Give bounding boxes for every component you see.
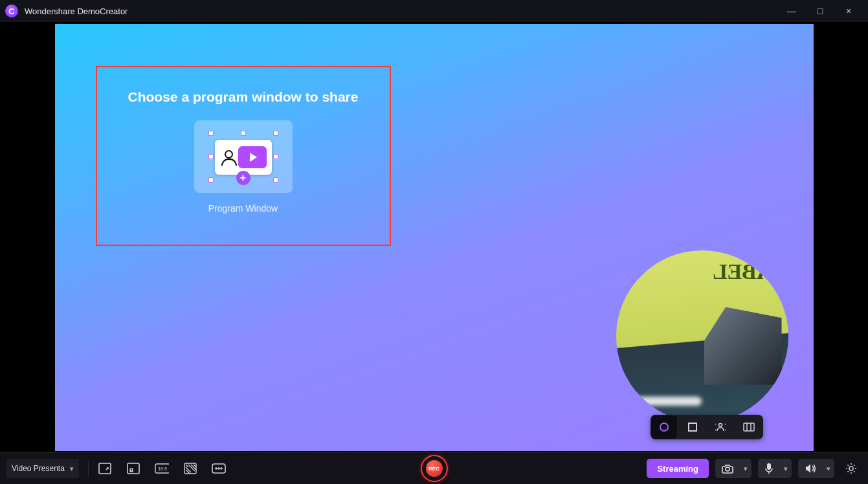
streaming-button[interactable]: Streaming bbox=[647, 459, 709, 478]
record-button[interactable]: REC bbox=[421, 455, 448, 482]
maximize-button[interactable]: □ bbox=[806, 1, 834, 21]
svg-point-3 bbox=[719, 423, 722, 426]
webcam-text-overlay: ABEL bbox=[713, 259, 773, 284]
svg-rect-18 bbox=[767, 463, 771, 470]
settings-button[interactable] bbox=[841, 459, 862, 478]
mic-control-group: ▾ bbox=[758, 459, 792, 478]
minimize-button[interactable]: — bbox=[777, 1, 806, 21]
fullscreen-icon[interactable] bbox=[98, 461, 112, 476]
caption-icon[interactable] bbox=[212, 461, 226, 476]
person-icon bbox=[221, 150, 234, 166]
webcam-portrait-button[interactable] bbox=[707, 415, 733, 439]
app-title: Wondershare DemoCreator bbox=[25, 6, 128, 16]
speaker-dropdown[interactable]: ▾ bbox=[823, 459, 834, 478]
speaker-control-group: ▾ bbox=[798, 459, 834, 478]
close-button[interactable]: × bbox=[834, 1, 863, 21]
option-label: Program Window bbox=[208, 203, 278, 214]
play-icon bbox=[238, 146, 267, 168]
camera-button[interactable] bbox=[715, 459, 740, 478]
presenter-icon[interactable] bbox=[126, 461, 140, 476]
svg-point-15 bbox=[218, 468, 219, 469]
canvas-area[interactable]: Choose a program window to share + bbox=[55, 24, 814, 451]
svg-rect-4 bbox=[744, 423, 754, 431]
program-window-option[interactable]: + Program Window bbox=[194, 120, 293, 214]
mic-button[interactable] bbox=[758, 459, 780, 478]
chevron-down-icon: ▾ bbox=[70, 465, 74, 473]
svg-point-17 bbox=[726, 467, 729, 471]
background-icon[interactable] bbox=[183, 461, 197, 476]
panel-title: Choose a program window to share bbox=[97, 89, 390, 105]
app-logo: C bbox=[5, 5, 18, 17]
mic-dropdown[interactable]: ▾ bbox=[780, 459, 792, 478]
choose-window-panel: Choose a program window to share + bbox=[96, 66, 391, 246]
webcam-preview[interactable]: ABEL bbox=[616, 250, 788, 423]
speaker-button[interactable] bbox=[798, 459, 823, 478]
svg-text:16:9: 16:9 bbox=[158, 467, 167, 471]
mode-selector[interactable]: Video Presenta ▾ bbox=[6, 459, 79, 478]
title-bar: C Wondershare DemoCreator — □ × bbox=[0, 0, 868, 22]
camera-dropdown[interactable]: ▾ bbox=[740, 459, 751, 478]
webcam-shape-circle-button[interactable] bbox=[651, 415, 677, 439]
webcam-shape-toolbar bbox=[651, 415, 763, 439]
svg-point-16 bbox=[221, 468, 222, 469]
webcam-shape-square-button[interactable] bbox=[680, 415, 706, 439]
camera-control-group: ▾ bbox=[715, 459, 751, 478]
bottom-toolbar: Video Presenta ▾ 16:9 REC bbox=[0, 452, 868, 484]
program-window-tile: + bbox=[194, 120, 293, 193]
add-icon: + bbox=[236, 171, 250, 185]
stage: Choose a program window to share + bbox=[0, 22, 868, 452]
aspect-ratio-icon[interactable]: 16:9 bbox=[155, 461, 169, 476]
svg-rect-7 bbox=[99, 463, 111, 474]
svg-point-1 bbox=[660, 423, 668, 431]
svg-point-19 bbox=[849, 467, 853, 470]
svg-rect-8 bbox=[128, 463, 139, 474]
svg-point-14 bbox=[216, 468, 217, 469]
mode-label: Video Presenta bbox=[12, 464, 65, 473]
webcam-frame-button[interactable] bbox=[736, 415, 762, 439]
svg-rect-2 bbox=[689, 423, 696, 431]
